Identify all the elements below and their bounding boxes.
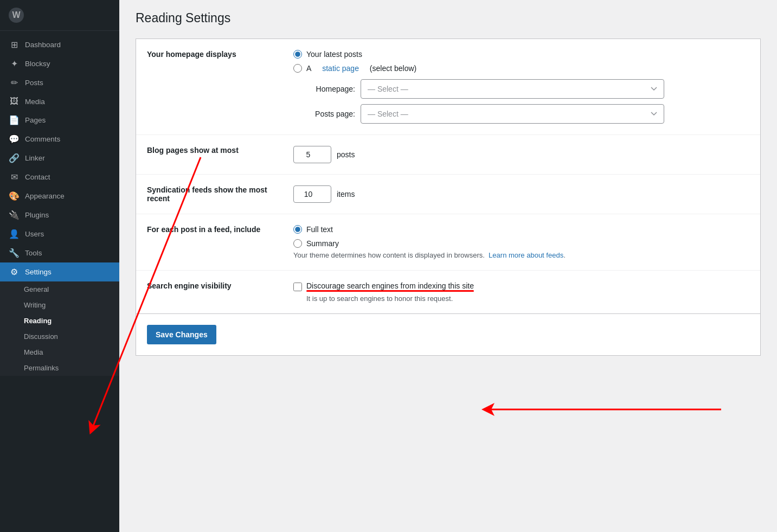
latest-posts-label: Your latest posts — [306, 50, 362, 59]
syndication-feeds-suffix: items — [337, 190, 355, 198]
sidebar-item-label: Blocksy — [25, 60, 111, 68]
submenu-item-reading[interactable]: Reading — [0, 313, 119, 329]
static-page-link[interactable]: static page — [322, 64, 359, 73]
settings-form: Your homepage displays Your latest posts… — [136, 39, 761, 356]
sidebar-item-users[interactable]: 👤 Users — [0, 225, 119, 243]
sidebar-item-posts[interactable]: ✏ Posts — [0, 73, 119, 92]
tools-icon: 🔧 — [9, 248, 20, 258]
sidebar-item-label: Pages — [25, 116, 111, 124]
feed-radio-group: Full text Summary — [293, 225, 749, 248]
linker-icon: 🔗 — [9, 153, 20, 163]
summary-radio[interactable] — [293, 239, 302, 248]
full-text-radio[interactable] — [293, 225, 302, 234]
blog-pages-suffix: posts — [337, 150, 355, 159]
dashboard-icon: ⊞ — [9, 40, 20, 50]
static-page-option[interactable]: A static page (select below) — [293, 64, 749, 73]
plugins-icon: 🔌 — [9, 210, 20, 220]
settings-submenu: General Writing Reading Discussion Media… — [0, 281, 119, 376]
sidebar-item-comments[interactable]: 💬 Comments — [0, 130, 119, 149]
homepage-select-label: Homepage: — [306, 85, 355, 93]
sidebar-item-label: Dashboard — [25, 41, 111, 49]
sidebar-logo: W — [0, 0, 119, 31]
homepage-displays-row: Your homepage displays Your latest posts… — [136, 39, 760, 135]
syndication-feeds-field: items — [288, 175, 760, 214]
sidebar-item-linker[interactable]: 🔗 Linker — [0, 149, 119, 168]
sidebar-item-appearance[interactable]: 🎨 Appearance — [0, 187, 119, 206]
search-visibility-label: Search engine visibility — [136, 271, 288, 314]
theme-note-text: Your theme determines how content is dis… — [293, 251, 485, 259]
submenu-item-general[interactable]: General — [0, 281, 119, 297]
save-changes-button[interactable]: Save Changes — [147, 325, 216, 344]
feed-include-label: For each post in a feed, include — [136, 214, 288, 271]
sidebar-navigation: ⊞ Dashboard ✦ Blocksy ✏ Posts 🖼 Media 📄 … — [0, 31, 119, 380]
blog-pages-number-row: posts — [293, 146, 749, 163]
comments-icon: 💬 — [9, 134, 20, 144]
blog-pages-label: Blog pages show at most — [136, 135, 288, 175]
sidebar-item-pages[interactable]: 📄 Pages — [0, 111, 119, 130]
sidebar-item-label: Contact — [25, 173, 111, 181]
posts-page-select[interactable]: — Select — — [361, 104, 664, 124]
users-icon: 👤 — [9, 229, 20, 239]
feed-include-row: For each post in a feed, include Full te… — [136, 214, 760, 271]
full-text-option[interactable]: Full text — [293, 225, 749, 234]
homepage-displays-field: Your latest posts A static page (select … — [288, 39, 760, 135]
sidebar-item-label: Plugins — [25, 211, 111, 219]
search-visibility-checkbox-text: Discourage search engines from indexing … — [306, 281, 474, 290]
theme-note: Your theme determines how content is dis… — [293, 251, 749, 259]
sidebar: W ⊞ Dashboard ✦ Blocksy ✏ Posts 🖼 Media … — [0, 0, 119, 532]
sidebar-item-tools[interactable]: 🔧 Tools — [0, 243, 119, 262]
submenu-item-permalinks[interactable]: Permalinks — [0, 360, 119, 376]
posts-page-select-row: Posts page: — Select — — [306, 104, 749, 124]
submenu-item-writing[interactable]: Writing — [0, 297, 119, 313]
learn-more-link[interactable]: Learn more about feeds — [489, 251, 563, 259]
search-visibility-checkbox-label[interactable]: Discourage search engines from indexing … — [293, 281, 749, 291]
syndication-feeds-input[interactable] — [293, 185, 331, 203]
sidebar-item-label: Users — [25, 230, 111, 238]
homepage-select[interactable]: — Select — — [361, 79, 664, 99]
pages-icon: 📄 — [9, 115, 20, 125]
submenu-item-media[interactable]: Media — [0, 344, 119, 360]
submit-area: Save Changes — [136, 313, 760, 355]
full-text-label: Full text — [306, 225, 333, 234]
posts-icon: ✏ — [9, 78, 20, 88]
sidebar-item-blocksy[interactable]: ✦ Blocksy — [0, 54, 119, 73]
sidebar-item-label: Comments — [25, 135, 111, 143]
search-visibility-field: Discourage search engines from indexing … — [288, 271, 760, 314]
feed-include-field: Full text Summary Your theme determines … — [288, 214, 760, 271]
static-page-suffix: (select below) — [370, 64, 416, 73]
sidebar-item-settings[interactable]: ⚙ Settings — [0, 262, 119, 281]
homepage-radio-group: Your latest posts A static page (select … — [293, 50, 749, 73]
sidebar-item-label: Settings — [25, 268, 111, 276]
sidebar-item-label: Appearance — [25, 192, 111, 200]
search-visibility-checkbox[interactable] — [293, 283, 302, 291]
form-table: Your homepage displays Your latest posts… — [136, 39, 760, 313]
syndication-feeds-row: Syndication feeds show the most recent i… — [136, 175, 760, 214]
sidebar-item-dashboard[interactable]: ⊞ Dashboard — [0, 35, 119, 54]
sidebar-item-label: Media — [25, 98, 111, 106]
contact-icon: ✉ — [9, 172, 20, 182]
settings-icon: ⚙ — [9, 267, 20, 277]
static-page-prefix: A — [306, 64, 311, 73]
static-page-radio[interactable] — [293, 64, 302, 73]
latest-posts-radio[interactable] — [293, 50, 302, 59]
media-icon: 🖼 — [9, 97, 20, 106]
sidebar-item-plugins[interactable]: 🔌 Plugins — [0, 206, 119, 225]
main-content: Reading Settings Your homepage displays … — [119, 0, 777, 532]
summary-label: Summary — [306, 239, 339, 248]
sidebar-item-media[interactable]: 🖼 Media — [0, 92, 119, 111]
search-visibility-desc: It is up to search engines to honor this… — [306, 294, 749, 303]
sidebar-item-label: Tools — [25, 249, 111, 257]
page-title: Reading Settings — [136, 11, 761, 25]
sidebar-item-contact[interactable]: ✉ Contact — [0, 168, 119, 187]
appearance-icon: 🎨 — [9, 191, 20, 201]
homepage-select-row: Homepage: — Select — — [306, 79, 749, 99]
sidebar-item-label: Posts — [25, 79, 111, 87]
static-page-selects: Homepage: — Select — Posts page: — Selec… — [306, 79, 749, 124]
submenu-item-discussion[interactable]: Discussion — [0, 329, 119, 344]
syndication-number-row: items — [293, 185, 749, 203]
homepage-displays-label: Your homepage displays — [136, 39, 288, 135]
latest-posts-option[interactable]: Your latest posts — [293, 50, 749, 59]
search-visibility-row: Search engine visibility Discourage sear… — [136, 271, 760, 314]
blog-pages-input[interactable] — [293, 146, 331, 163]
summary-option[interactable]: Summary — [293, 239, 749, 248]
